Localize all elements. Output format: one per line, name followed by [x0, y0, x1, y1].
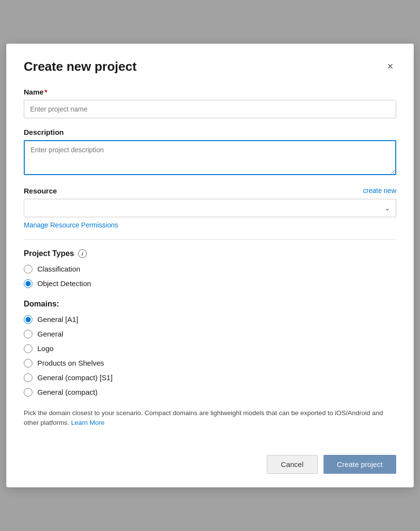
create-project-modal: Create new project × Name* Description R… — [6, 44, 414, 488]
domains-label: Domains: — [24, 300, 396, 308]
resource-label: Resource — [24, 187, 57, 195]
radio-logo-label: Logo — [37, 344, 53, 353]
info-icon[interactable]: i — [78, 249, 87, 258]
modal-footer: Cancel Create project — [24, 447, 396, 474]
project-types-group: Project Types i Classification Object De… — [24, 249, 396, 288]
radio-general-compact-s1-input[interactable] — [24, 373, 32, 382]
modal-title: Create new project — [24, 59, 137, 74]
radio-logo[interactable]: Logo — [24, 344, 396, 353]
radio-general-compact-s1[interactable]: General (compact) [S1] — [24, 373, 396, 382]
description-input[interactable] — [24, 140, 396, 175]
radio-general-compact[interactable]: General (compact) — [24, 388, 396, 397]
divider — [24, 239, 396, 240]
radio-general[interactable]: General — [24, 330, 396, 338]
required-indicator: * — [45, 88, 48, 96]
resource-select[interactable] — [24, 199, 396, 217]
modal-overlay: Create new project × Name* Description R… — [0, 0, 420, 531]
radio-general-a1[interactable]: General [A1] — [24, 315, 396, 324]
radio-object-detection-label: Object Detection — [37, 279, 91, 288]
project-types-section-title: Project Types i — [24, 249, 396, 258]
radio-general-compact-label: General (compact) — [37, 388, 97, 396]
radio-object-detection-input[interactable] — [24, 279, 32, 288]
manage-permissions-link[interactable]: Manage Resource Permissions — [24, 221, 118, 229]
radio-classification[interactable]: Classification — [24, 265, 396, 274]
resource-select-wrapper: ⌄ — [24, 199, 396, 217]
radio-general-compact-s1-label: General (compact) [S1] — [37, 373, 113, 382]
radio-general-input[interactable] — [24, 330, 32, 338]
project-type-radio-group: Classification Object Detection — [24, 265, 396, 288]
radio-general-a1-input[interactable] — [24, 315, 32, 324]
domains-section: Domains: General [A1] General Logo Produ… — [24, 300, 396, 428]
create-new-link[interactable]: create new — [363, 187, 396, 194]
radio-products-on-shelves-label: Products on Shelves — [37, 359, 104, 367]
radio-general-label: General — [37, 330, 63, 338]
radio-classification-label: Classification — [37, 265, 80, 273]
project-name-input[interactable] — [24, 100, 396, 118]
learn-more-link[interactable]: Learn More — [71, 419, 105, 426]
description-label: Description — [24, 128, 396, 136]
resource-header: Resource create new — [24, 187, 396, 195]
resource-field-group: Resource create new ⌄ Manage Resource Pe… — [24, 187, 396, 229]
name-field-group: Name* — [24, 88, 396, 118]
modal-header: Create new project × — [24, 59, 396, 74]
name-label: Name* — [24, 88, 396, 96]
radio-products-on-shelves[interactable]: Products on Shelves — [24, 359, 396, 368]
radio-products-on-shelves-input[interactable] — [24, 359, 32, 368]
radio-object-detection[interactable]: Object Detection — [24, 279, 396, 288]
close-button[interactable]: × — [384, 59, 396, 74]
hint-text: Pick the domain closest to your scenario… — [24, 408, 396, 428]
domain-radio-group: General [A1] General Logo Products on Sh… — [24, 315, 396, 397]
create-project-button[interactable]: Create project — [323, 455, 396, 474]
description-field-group: Description — [24, 128, 396, 177]
radio-logo-input[interactable] — [24, 344, 32, 353]
radio-general-compact-input[interactable] — [24, 388, 32, 397]
radio-classification-input[interactable] — [24, 265, 32, 274]
cancel-button[interactable]: Cancel — [267, 455, 318, 474]
radio-general-a1-label: General [A1] — [37, 315, 78, 323]
